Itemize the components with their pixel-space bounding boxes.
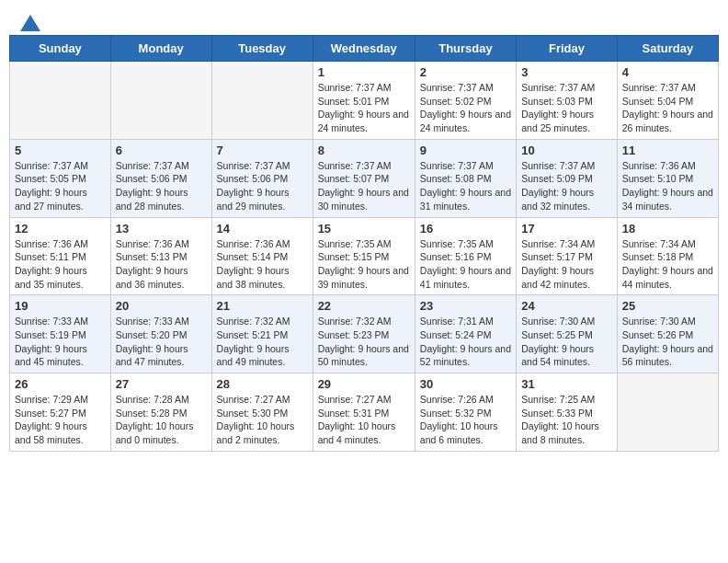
- calendar-week-row: 12Sunrise: 7:36 AM Sunset: 5:11 PM Dayli…: [10, 217, 719, 295]
- calendar-header-sunday: Sunday: [10, 36, 111, 62]
- calendar-cell: 16Sunrise: 7:35 AM Sunset: 5:16 PM Dayli…: [415, 217, 516, 295]
- calendar-cell: 31Sunrise: 7:25 AM Sunset: 5:33 PM Dayli…: [517, 373, 618, 452]
- day-number: 26: [15, 377, 106, 391]
- calendar-cell: 24Sunrise: 7:30 AM Sunset: 5:25 PM Dayli…: [517, 295, 618, 373]
- page-header: [0, 0, 728, 35]
- day-info: Sunrise: 7:37 AM Sunset: 5:03 PM Dayligh…: [521, 81, 612, 135]
- day-info: Sunrise: 7:30 AM Sunset: 5:26 PM Dayligh…: [622, 315, 713, 369]
- day-number: 8: [318, 144, 410, 157]
- day-info: Sunrise: 7:25 AM Sunset: 5:33 PM Dayligh…: [521, 393, 612, 447]
- calendar-cell: 6Sunrise: 7:37 AM Sunset: 5:06 PM Daylig…: [110, 139, 211, 217]
- day-number: 25: [622, 299, 713, 313]
- day-info: Sunrise: 7:37 AM Sunset: 5:02 PM Dayligh…: [420, 81, 511, 135]
- day-info: Sunrise: 7:35 AM Sunset: 5:15 PM Dayligh…: [318, 237, 410, 292]
- day-number: 11: [622, 144, 713, 157]
- day-info: Sunrise: 7:37 AM Sunset: 5:08 PM Dayligh…: [420, 159, 511, 213]
- calendar-cell: 14Sunrise: 7:36 AM Sunset: 5:14 PM Dayli…: [211, 217, 313, 295]
- day-info: Sunrise: 7:37 AM Sunset: 5:06 PM Dayligh…: [116, 159, 207, 213]
- calendar-cell: 18Sunrise: 7:34 AM Sunset: 5:18 PM Dayli…: [617, 217, 718, 295]
- day-number: 14: [217, 222, 308, 236]
- day-number: 24: [521, 299, 612, 313]
- day-info: Sunrise: 7:29 AM Sunset: 5:27 PM Dayligh…: [15, 393, 106, 447]
- calendar-cell: 2Sunrise: 7:37 AM Sunset: 5:02 PM Daylig…: [415, 62, 516, 140]
- svg-marker-0: [20, 15, 40, 31]
- calendar-table: SundayMondayTuesdayWednesdayThursdayFrid…: [9, 35, 719, 452]
- calendar-cell: 9Sunrise: 7:37 AM Sunset: 5:08 PM Daylig…: [415, 139, 516, 217]
- calendar-cell: 23Sunrise: 7:31 AM Sunset: 5:24 PM Dayli…: [415, 295, 516, 373]
- calendar-cell: [617, 373, 718, 452]
- calendar-header-wednesday: Wednesday: [313, 36, 415, 62]
- day-info: Sunrise: 7:34 AM Sunset: 5:18 PM Dayligh…: [622, 237, 713, 292]
- day-info: Sunrise: 7:33 AM Sunset: 5:20 PM Dayligh…: [116, 315, 207, 369]
- day-info: Sunrise: 7:33 AM Sunset: 5:19 PM Dayligh…: [15, 315, 106, 369]
- calendar-cell: 15Sunrise: 7:35 AM Sunset: 5:15 PM Dayli…: [313, 217, 415, 295]
- day-number: 10: [521, 144, 612, 157]
- day-info: Sunrise: 7:36 AM Sunset: 5:14 PM Dayligh…: [217, 237, 308, 292]
- calendar-cell: 20Sunrise: 7:33 AM Sunset: 5:20 PM Dayli…: [110, 295, 211, 373]
- calendar-cell: 28Sunrise: 7:27 AM Sunset: 5:30 PM Dayli…: [211, 373, 313, 452]
- day-number: 1: [318, 65, 410, 79]
- calendar-week-row: 26Sunrise: 7:29 AM Sunset: 5:27 PM Dayli…: [10, 373, 719, 452]
- day-number: 30: [420, 377, 511, 391]
- day-info: Sunrise: 7:36 AM Sunset: 5:10 PM Dayligh…: [622, 159, 713, 213]
- day-info: Sunrise: 7:36 AM Sunset: 5:13 PM Dayligh…: [116, 237, 207, 292]
- day-number: 2: [420, 65, 511, 79]
- calendar-header-monday: Monday: [110, 36, 211, 62]
- day-number: 13: [116, 222, 207, 236]
- calendar-cell: 26Sunrise: 7:29 AM Sunset: 5:27 PM Dayli…: [10, 373, 111, 452]
- day-info: Sunrise: 7:35 AM Sunset: 5:16 PM Dayligh…: [420, 237, 511, 292]
- calendar-cell: 10Sunrise: 7:37 AM Sunset: 5:09 PM Dayli…: [517, 139, 618, 217]
- day-info: Sunrise: 7:34 AM Sunset: 5:17 PM Dayligh…: [521, 237, 612, 292]
- day-info: Sunrise: 7:32 AM Sunset: 5:21 PM Dayligh…: [217, 315, 308, 369]
- calendar-cell: [110, 62, 211, 140]
- day-number: 5: [15, 144, 106, 157]
- logo: [18, 15, 40, 28]
- calendar-cell: 21Sunrise: 7:32 AM Sunset: 5:21 PM Dayli…: [211, 295, 313, 373]
- calendar-cell: 5Sunrise: 7:37 AM Sunset: 5:05 PM Daylig…: [10, 139, 111, 217]
- calendar-week-row: 19Sunrise: 7:33 AM Sunset: 5:19 PM Dayli…: [10, 295, 719, 373]
- day-info: Sunrise: 7:37 AM Sunset: 5:01 PM Dayligh…: [318, 81, 410, 135]
- day-number: 29: [318, 377, 410, 391]
- logo-icon: [20, 15, 40, 31]
- day-info: Sunrise: 7:27 AM Sunset: 5:30 PM Dayligh…: [217, 393, 308, 447]
- day-number: 15: [318, 222, 410, 236]
- day-number: 7: [217, 144, 308, 157]
- day-info: Sunrise: 7:27 AM Sunset: 5:31 PM Dayligh…: [318, 393, 410, 447]
- calendar-cell: 8Sunrise: 7:37 AM Sunset: 5:07 PM Daylig…: [313, 139, 415, 217]
- calendar-cell: 11Sunrise: 7:36 AM Sunset: 5:10 PM Dayli…: [617, 139, 718, 217]
- day-number: 17: [521, 222, 612, 236]
- calendar-cell: 27Sunrise: 7:28 AM Sunset: 5:28 PM Dayli…: [110, 373, 211, 452]
- day-number: 21: [217, 299, 308, 313]
- day-number: 3: [521, 65, 612, 79]
- day-number: 12: [15, 222, 106, 236]
- day-number: 31: [521, 377, 612, 391]
- day-info: Sunrise: 7:30 AM Sunset: 5:25 PM Dayligh…: [521, 315, 612, 369]
- day-info: Sunrise: 7:37 AM Sunset: 5:05 PM Dayligh…: [15, 159, 106, 213]
- calendar-header-saturday: Saturday: [617, 36, 718, 62]
- day-number: 23: [420, 299, 511, 313]
- day-number: 27: [116, 377, 207, 391]
- day-info: Sunrise: 7:36 AM Sunset: 5:11 PM Dayligh…: [15, 237, 106, 292]
- calendar-cell: 25Sunrise: 7:30 AM Sunset: 5:26 PM Dayli…: [617, 295, 718, 373]
- day-number: 18: [622, 222, 713, 236]
- day-number: 22: [318, 299, 410, 313]
- calendar-cell: 22Sunrise: 7:32 AM Sunset: 5:23 PM Dayli…: [313, 295, 415, 373]
- day-info: Sunrise: 7:32 AM Sunset: 5:23 PM Dayligh…: [318, 315, 410, 369]
- day-info: Sunrise: 7:37 AM Sunset: 5:04 PM Dayligh…: [622, 81, 713, 135]
- day-info: Sunrise: 7:31 AM Sunset: 5:24 PM Dayligh…: [420, 315, 511, 369]
- calendar-cell: 7Sunrise: 7:37 AM Sunset: 5:06 PM Daylig…: [211, 139, 313, 217]
- calendar-cell: 12Sunrise: 7:36 AM Sunset: 5:11 PM Dayli…: [10, 217, 111, 295]
- calendar-week-row: 1Sunrise: 7:37 AM Sunset: 5:01 PM Daylig…: [10, 62, 719, 140]
- day-info: Sunrise: 7:37 AM Sunset: 5:06 PM Dayligh…: [217, 159, 308, 213]
- day-info: Sunrise: 7:28 AM Sunset: 5:28 PM Dayligh…: [116, 393, 207, 447]
- calendar-cell: 1Sunrise: 7:37 AM Sunset: 5:01 PM Daylig…: [313, 62, 415, 140]
- calendar-cell: 30Sunrise: 7:26 AM Sunset: 5:32 PM Dayli…: [415, 373, 516, 452]
- day-number: 6: [116, 144, 207, 157]
- calendar-cell: [10, 62, 111, 140]
- calendar-cell: [211, 62, 313, 140]
- calendar-cell: 4Sunrise: 7:37 AM Sunset: 5:04 PM Daylig…: [617, 62, 718, 140]
- calendar-cell: 17Sunrise: 7:34 AM Sunset: 5:17 PM Dayli…: [517, 217, 618, 295]
- day-number: 28: [217, 377, 308, 391]
- day-info: Sunrise: 7:26 AM Sunset: 5:32 PM Dayligh…: [420, 393, 511, 447]
- calendar-header-thursday: Thursday: [415, 36, 516, 62]
